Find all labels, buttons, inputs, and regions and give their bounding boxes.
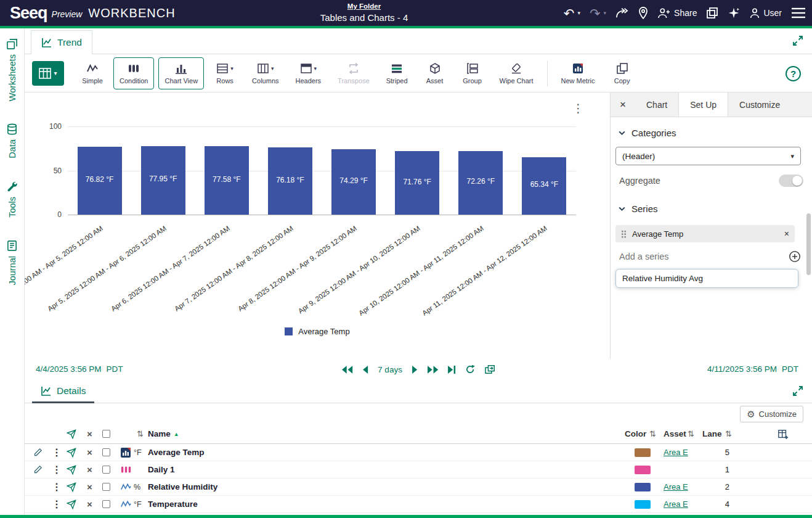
item-name[interactable]: Relative Humidity: [148, 479, 217, 495]
step-forward-half-button[interactable]: [412, 366, 418, 374]
send-rocket-icon[interactable]: [67, 479, 76, 495]
panel-scrollbar[interactable]: [806, 213, 811, 275]
tab-trend[interactable]: Trend: [31, 30, 92, 54]
table-mode-button[interactable]: ▾: [32, 61, 64, 86]
aggregate-toggle[interactable]: [779, 175, 803, 187]
user-menu-button[interactable]: User: [749, 7, 782, 18]
sidebar-item-data[interactable]: Data: [6, 123, 18, 158]
range-end[interactable]: 4/11/2025 3:56 PM PDT: [707, 364, 798, 374]
asset-sort-icon[interactable]: ⇅: [688, 424, 694, 443]
drag-handle-icon[interactable]: [621, 230, 627, 238]
range-start[interactable]: 4/4/2025 3:56 PM PDT: [36, 364, 123, 374]
column-header-lane[interactable]: Lane: [702, 424, 722, 443]
presentation-windows-button[interactable]: [706, 7, 718, 19]
sidebar-item-worksheets[interactable]: Worksheets: [6, 38, 18, 101]
tab-details[interactable]: Details: [32, 380, 94, 403]
send-rocket-icon[interactable]: [67, 461, 76, 478]
row-checkbox[interactable]: [102, 444, 110, 461]
plus-circle-icon[interactable]: [789, 250, 801, 263]
tab-chart[interactable]: Chart: [635, 92, 678, 117]
details-customize-button[interactable]: ⚙︎ Customize: [740, 406, 803, 422]
step-forward-full-button[interactable]: [427, 366, 439, 374]
column-header-color[interactable]: Color: [625, 424, 646, 443]
add-column-icon[interactable]: [777, 424, 789, 443]
sidebar-item-tools[interactable]: Tools: [6, 181, 18, 218]
color-swatch[interactable]: [635, 500, 651, 509]
go-to-now-button[interactable]: [448, 366, 456, 374]
send-rocket-icon[interactable]: [67, 496, 76, 512]
asset-link[interactable]: Area E: [664, 448, 688, 457]
toolbar-button-columns[interactable]: ▾ Columns: [246, 57, 285, 89]
auto-update-button[interactable]: [465, 364, 475, 374]
chart-kebab-menu[interactable]: ⋮: [572, 101, 584, 115]
copy-range-button[interactable]: [484, 364, 495, 374]
range-duration[interactable]: 7 days: [378, 365, 402, 374]
row-checkbox[interactable]: [102, 479, 110, 495]
toolbar-button-condition[interactable]: Condition: [113, 57, 154, 89]
row-checkbox[interactable]: [102, 496, 110, 512]
edit-pencil-icon[interactable]: [33, 444, 43, 461]
column-header-name[interactable]: Name▲: [148, 424, 179, 443]
lane-sort-icon[interactable]: ⇅: [725, 424, 732, 443]
asset-link[interactable]: Area E: [664, 482, 688, 491]
remove-icon[interactable]: ×: [87, 461, 92, 478]
send-rocket-icon[interactable]: [67, 444, 76, 461]
item-name[interactable]: Daily 1: [148, 461, 175, 478]
redo-button[interactable]: ↷▾: [590, 7, 606, 20]
series-item-average-temp[interactable]: Average Temp ×: [615, 225, 795, 242]
step-back-full-button[interactable]: [341, 366, 353, 374]
more-options-icon[interactable]: ⋮: [52, 479, 62, 495]
sidebar-item-journal[interactable]: Journal: [6, 240, 18, 286]
toolbar-button-asset[interactable]: Asset: [418, 57, 452, 89]
share-button[interactable]: Share: [657, 7, 697, 18]
location-pin-button[interactable]: [638, 7, 648, 19]
item-name[interactable]: Temperature: [148, 496, 198, 512]
row-checkbox[interactable]: [102, 461, 110, 478]
toolbar-button-new-metric[interactable]: New Metric: [555, 57, 601, 89]
remove-series-icon[interactable]: ×: [784, 229, 789, 239]
send-rocket-icon[interactable]: [67, 424, 76, 443]
toolbar-button-copy[interactable]: Copy: [606, 57, 639, 89]
chart-legend[interactable]: Average Temp: [25, 327, 610, 336]
trend-expand-button[interactable]: [792, 35, 803, 49]
breadcrumb-folder-link[interactable]: My Folder: [347, 2, 381, 10]
toolbar-button-simple[interactable]: Simple: [76, 57, 109, 89]
remove-icon[interactable]: ×: [87, 479, 92, 495]
remove-icon[interactable]: ×: [87, 496, 92, 512]
toolbar-button-rows[interactable]: ▾ Rows: [208, 57, 242, 89]
tab-customize[interactable]: Customize: [728, 92, 791, 117]
toolbar-button-striped[interactable]: Striped: [380, 57, 414, 89]
categories-section-header[interactable]: Categories: [611, 117, 812, 143]
color-swatch[interactable]: [635, 483, 651, 491]
edit-pencil-icon[interactable]: [33, 461, 43, 478]
panel-close-button[interactable]: ×: [611, 92, 635, 117]
ai-assistant-button[interactable]: [728, 7, 740, 19]
column-header-asset[interactable]: Asset: [664, 424, 686, 443]
remove-all-icon[interactable]: ×: [87, 424, 92, 443]
help-button[interactable]: ?: [786, 66, 801, 81]
tab-set-up[interactable]: Set Up: [678, 92, 728, 117]
toolbar-button-wipe-chart[interactable]: Wipe Chart: [493, 57, 540, 89]
color-sort-icon[interactable]: ⇅: [649, 424, 656, 443]
undo-button[interactable]: ↶▾: [564, 7, 580, 20]
select-all-checkbox[interactable]: [102, 424, 110, 443]
header-category-select[interactable]: (Header) ▾: [615, 147, 801, 165]
toolbar-button-chart-view[interactable]: Chart View: [158, 57, 204, 89]
more-options-icon[interactable]: ⋮: [52, 461, 62, 478]
more-options-icon[interactable]: ⋮: [52, 496, 62, 512]
step-back-half-button[interactable]: [362, 366, 368, 374]
restore-forward-button[interactable]: [615, 7, 629, 18]
color-swatch[interactable]: [635, 466, 651, 474]
item-name[interactable]: Average Temp: [148, 444, 205, 461]
details-expand-button[interactable]: [792, 385, 803, 399]
toolbar-button-group[interactable]: Group: [456, 57, 489, 89]
remove-icon[interactable]: ×: [87, 444, 92, 461]
asset-link[interactable]: Area E: [664, 500, 688, 509]
hamburger-menu-button[interactable]: [791, 7, 806, 18]
more-options-icon[interactable]: ⋮: [52, 444, 62, 461]
toolbar-button-headers[interactable]: ▾ Headers: [290, 57, 328, 89]
series-section-header[interactable]: Series: [611, 193, 812, 219]
color-swatch[interactable]: [635, 448, 651, 457]
name-sort-icon[interactable]: ⇅: [137, 424, 144, 443]
series-search-input[interactable]: [615, 269, 798, 288]
